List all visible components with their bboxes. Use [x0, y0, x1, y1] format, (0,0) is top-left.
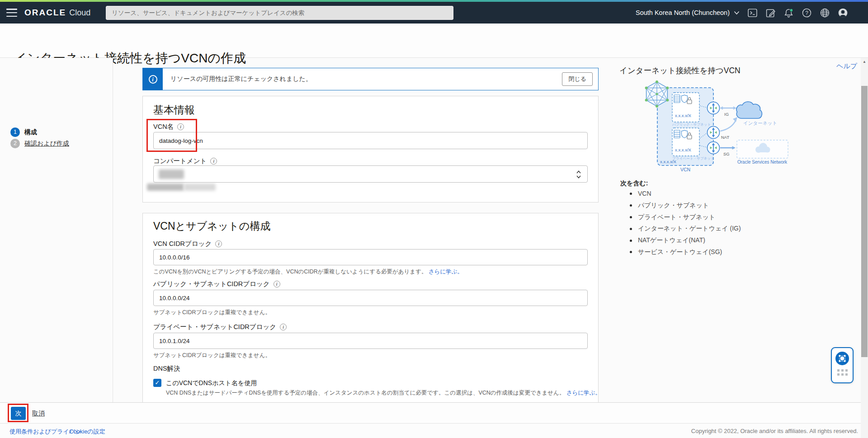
compartment-select[interactable]: [153, 165, 588, 183]
stepper-step-review-create[interactable]: 2 確認および作成: [10, 139, 69, 148]
wizard-stepper-column: 1 構成 2 確認および作成: [0, 58, 113, 402]
vcn-diagram-label: VCN: [680, 167, 690, 172]
brand-oracle: ORACLE: [24, 8, 66, 18]
wizard-action-bar: 次 取消: [0, 402, 868, 423]
list-item: インターネット・ゲートウェイ (IG): [630, 223, 741, 235]
dns-resolution-label: DNS解決: [153, 364, 180, 373]
help-icon[interactable]: ?: [802, 8, 812, 18]
private-subnet-cidr-label: プライベート・サブネットCIDRブロック i: [153, 323, 287, 331]
scrollbar-up-arrow[interactable]: ▲: [861, 58, 868, 66]
list-item: VCN: [630, 188, 741, 200]
vcn-config-heading: VCNとサブネットの構成: [153, 219, 270, 233]
includes-heading: 次を含む:: [620, 179, 648, 188]
help-link[interactable]: ヘルプ: [836, 62, 857, 71]
dns-hostnames-checkbox[interactable]: ✓: [153, 379, 161, 387]
public-subnet-hint: サブネットCIDRブロックは重複できません。: [153, 309, 271, 316]
learn-more-link-cidr[interactable]: さらに学ぶ。: [429, 268, 463, 275]
region-label: South Korea North (Chuncheon): [636, 9, 730, 16]
cancel-link[interactable]: 取消: [32, 410, 45, 418]
banner-message: リソースの可用性は正常にチェックされました。: [170, 75, 312, 83]
list-item: プライベート・サブネット: [630, 212, 741, 223]
vcn-cidr-placeholder: x.x.x.x/X: [660, 159, 677, 164]
scrollbar-thumb[interactable]: [861, 86, 868, 357]
dns-hint: VCN DNSまたはサードパーティDNSを使用する予定の場合、インスタンスのホス…: [166, 389, 601, 397]
basic-info-heading: 基本情報: [153, 103, 195, 117]
cookie-settings-link[interactable]: Cookieの設定: [69, 428, 105, 436]
compartment-label: コンパートメント i: [153, 157, 217, 165]
resource-availability-banner: i リソースの可用性は正常にチェックされました。 閉じる: [142, 68, 599, 90]
edit-announcements-icon[interactable]: [765, 8, 776, 18]
svg-text:x.x.x.x/X: x.x.x.x/X: [675, 113, 692, 118]
cloud-shell-icon[interactable]: [747, 8, 758, 18]
topbar-right-cluster: South Korea North (Chuncheon) ?: [636, 8, 848, 18]
global-search-input[interactable]: [106, 6, 453, 20]
oracle-cloud-logo[interactable]: ORACLE Cloud: [24, 8, 90, 18]
chevron-down-icon: [734, 11, 740, 15]
copyright-text: Copyright © 2022, Oracle and/or its affi…: [691, 428, 858, 434]
vcn-cidr-label: VCN CIDRブロック i: [153, 240, 222, 248]
compartment-path-redacted-2: [184, 184, 216, 191]
user-avatar-icon[interactable]: [838, 8, 848, 18]
vcn-cidr-hint: このVCNを別のVCNとピアリングする予定の場合、VCNのCIDRが重複しないよ…: [153, 268, 463, 276]
svg-text:?: ?: [805, 9, 808, 16]
vcn-name-input[interactable]: [153, 132, 588, 149]
vcn-name-label: VCN名 i: [153, 122, 184, 131]
internet-label: インターネット: [743, 120, 777, 126]
vcn-cidr-info-icon[interactable]: i: [215, 240, 222, 247]
vcn-architecture-diagram: x.x.x.x/X パブリック・サブネット x.x.x.x/X プライベート・サ…: [627, 77, 817, 174]
includes-list: VCN パブリック・サブネット プライベート・サブネット インターネット・ゲート…: [630, 188, 741, 258]
stepper-step-configuration[interactable]: 1 構成: [10, 127, 37, 137]
step-number-2: 2: [10, 139, 20, 148]
vcn-name-info-icon[interactable]: i: [177, 123, 184, 130]
svg-text:プライベート・サブネット: プライベート・サブネット: [672, 156, 714, 160]
private-subnet-info-icon[interactable]: i: [280, 324, 287, 330]
region-selector[interactable]: South Korea North (Chuncheon): [636, 9, 740, 16]
compartment-info-icon[interactable]: i: [210, 158, 217, 165]
private-subnet-cidr-input[interactable]: [153, 333, 588, 349]
osn-box: [737, 140, 788, 158]
internet-cloud-icon: [736, 102, 762, 118]
svg-text:パブリック・サブネット: パブリック・サブネット: [672, 122, 711, 127]
svg-text:x.x.x.x/X: x.x.x.x/X: [675, 147, 692, 152]
ig-label: IG: [724, 112, 729, 117]
private-subnet-hint: サブネットCIDRブロックは重複できません。: [153, 352, 271, 359]
public-subnet-cidr-label: パブリック・サブネットCIDRブロック i: [153, 280, 280, 288]
sg-label: SG: [723, 151, 730, 156]
select-stepper-icon: [576, 170, 581, 179]
nat-label: NAT: [721, 135, 729, 140]
support-widget[interactable]: [831, 347, 854, 383]
compartment-value-redacted: [159, 170, 184, 179]
public-subnet-info-icon[interactable]: i: [274, 281, 280, 287]
info-banner-icon: i: [143, 68, 163, 90]
vcn-cidr-input[interactable]: [153, 249, 588, 265]
list-item: サービス・ゲートウェイ(SG): [630, 246, 741, 258]
osn-label: Oracle Services Network: [737, 160, 788, 165]
oracle-cloud-console: ORACLE Cloud South Korea North (Chuncheo…: [0, 0, 868, 438]
list-item: NATゲートウェイ(NAT): [630, 235, 741, 246]
topbar: ORACLE Cloud South Korea North (Chuncheo…: [0, 2, 868, 24]
notifications-bell-icon[interactable]: [783, 8, 794, 18]
life-ring-icon: [835, 351, 849, 366]
brand-cloud: Cloud: [69, 8, 90, 18]
page-footer: 使用条件およびプライバシ Cookieの設定 Copyright © 2022,…: [0, 423, 868, 438]
hamburger-menu-icon[interactable]: [6, 9, 17, 17]
next-button[interactable]: 次: [11, 407, 26, 420]
step-number-1: 1: [10, 127, 20, 137]
step-label-review-create: 確認および作成: [24, 140, 69, 148]
notification-badge: [790, 9, 793, 12]
compartment-path-redacted-1: [147, 184, 184, 191]
gateway-icons: [708, 102, 720, 154]
page-title-bar: インターネット接続性を持つVCNの作成 ヘルプ: [0, 24, 868, 58]
widget-grid-dots-icon: [837, 369, 848, 376]
learn-more-link-dns[interactable]: さらに学ぶ。: [566, 390, 601, 396]
banner-close-button[interactable]: 閉じる: [562, 72, 593, 86]
step-label-configuration: 構成: [24, 128, 37, 137]
side-panel-title: インターネット接続性を持つVCN: [619, 65, 741, 76]
dns-checkbox-label: このVCNでDNSホスト名を使用: [166, 379, 257, 387]
public-subnet-cidr-input[interactable]: [153, 290, 588, 306]
list-item: パブリック・サブネット: [630, 200, 741, 212]
language-globe-icon[interactable]: [820, 8, 830, 18]
